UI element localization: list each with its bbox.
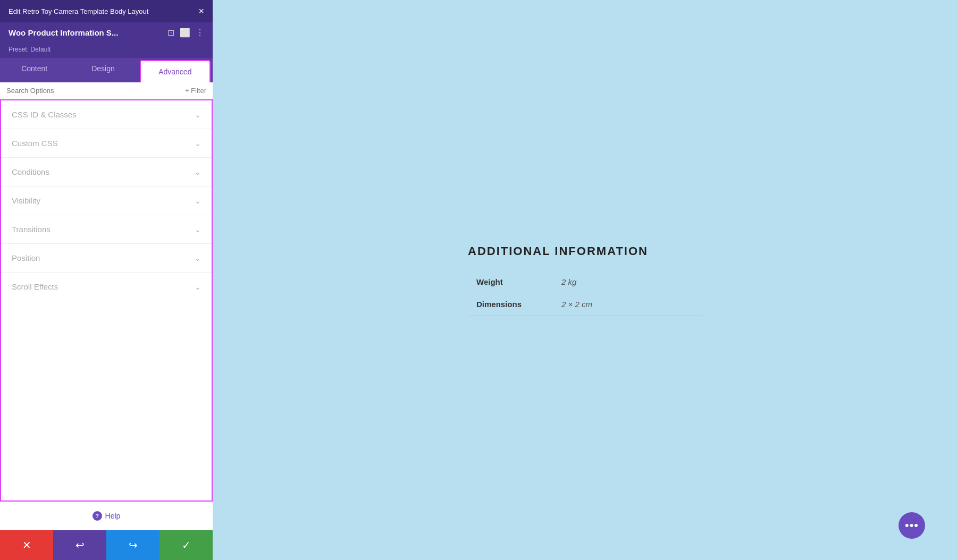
help-label[interactable]: Help xyxy=(105,512,121,520)
table-cell-label: Weight xyxy=(468,271,553,293)
panel-title: Edit Retro Toy Camera Template Body Layo… xyxy=(9,7,148,15)
layout-icon[interactable]: ⬜ xyxy=(180,28,190,38)
accordion-header-custom-css[interactable]: Custom CSS ⌄ xyxy=(1,129,212,157)
table-cell-value: 2 × 2 cm xyxy=(553,293,702,316)
save-button[interactable]: ✓ xyxy=(160,530,213,560)
accordion-list: CSS ID & Classes ⌄ Custom CSS ⌄ Conditio… xyxy=(0,99,213,502)
accordion-label-visibility: Visibility xyxy=(12,196,40,205)
table-row: Dimensions 2 × 2 cm xyxy=(468,293,702,316)
preset-bar: Preset: Default xyxy=(0,43,213,58)
accordion-label-css-id-classes: CSS ID & Classes xyxy=(12,110,77,119)
product-info-card: ADDITIONAL INFORMATION Weight 2 kg Dimen… xyxy=(447,223,723,337)
accordion-label-transitions: Transitions xyxy=(12,225,51,234)
accordion-header-conditions[interactable]: Conditions ⌄ xyxy=(1,158,212,186)
accordion-item-custom-css: Custom CSS ⌄ xyxy=(1,129,212,158)
product-info-title: ADDITIONAL INFORMATION xyxy=(468,244,702,258)
table-row: Weight 2 kg xyxy=(468,271,702,293)
accordion-item-conditions: Conditions ⌄ xyxy=(1,158,212,186)
search-input[interactable] xyxy=(6,87,181,95)
preset-label[interactable]: Preset: Default xyxy=(9,46,51,53)
undo-button[interactable]: ↩ xyxy=(53,530,106,560)
accordion-label-custom-css: Custom CSS xyxy=(12,139,58,148)
panel-subheader: Woo Product Information S... ⊡ ⬜ ⋮ xyxy=(0,22,213,43)
search-bar: + Filter xyxy=(0,82,213,99)
close-button[interactable]: × xyxy=(198,6,204,16)
subheader-icons: ⊡ ⬜ ⋮ xyxy=(167,28,204,38)
chevron-down-icon: ⌄ xyxy=(195,168,201,176)
redo-button[interactable]: ↪ xyxy=(106,530,160,560)
accordion-header-visibility[interactable]: Visibility ⌄ xyxy=(1,186,212,215)
accordion-header-scroll-effects[interactable]: Scroll Effects ⌄ xyxy=(1,273,212,301)
element-name: Woo Product Information S... xyxy=(9,28,162,37)
chevron-down-icon: ⌄ xyxy=(195,225,201,234)
chevron-down-icon: ⌄ xyxy=(195,139,201,148)
help-icon: ? xyxy=(93,511,102,521)
help-bar: ? Help xyxy=(0,502,213,530)
cancel-button[interactable]: ✕ xyxy=(0,530,53,560)
panel-header: Edit Retro Toy Camera Template Body Layo… xyxy=(0,0,213,22)
accordion-item-position: Position ⌄ xyxy=(1,244,212,273)
left-panel: Edit Retro Toy Camera Template Body Layo… xyxy=(0,0,213,560)
tabs-bar: ContentDesignAdvanced xyxy=(0,58,213,82)
table-cell-value: 2 kg xyxy=(553,271,702,293)
more-icon[interactable]: ⋮ xyxy=(196,28,204,38)
filter-button[interactable]: + Filter xyxy=(185,87,206,95)
accordion-header-position[interactable]: Position ⌄ xyxy=(1,244,212,272)
table-cell-label: Dimensions xyxy=(468,293,553,316)
fab-button[interactable]: ••• xyxy=(899,512,925,539)
accordion-header-css-id-classes[interactable]: CSS ID & Classes ⌄ xyxy=(1,100,212,129)
resize-icon[interactable]: ⊡ xyxy=(167,28,174,38)
accordion-item-transitions: Transitions ⌄ xyxy=(1,215,212,244)
accordion-label-scroll-effects: Scroll Effects xyxy=(12,282,58,291)
product-table: Weight 2 kg Dimensions 2 × 2 cm xyxy=(468,271,702,316)
accordion-item-visibility: Visibility ⌄ xyxy=(1,186,212,215)
chevron-down-icon: ⌄ xyxy=(195,283,201,291)
accordion-label-position: Position xyxy=(12,253,40,262)
chevron-down-icon: ⌄ xyxy=(195,111,201,119)
tab-advanced[interactable]: Advanced xyxy=(140,60,211,82)
main-content: ADDITIONAL INFORMATION Weight 2 kg Dimen… xyxy=(213,0,957,560)
tab-design[interactable]: Design xyxy=(69,58,137,82)
action-bar: ✕↩↪✓ xyxy=(0,530,213,560)
accordion-item-scroll-effects: Scroll Effects ⌄ xyxy=(1,273,212,301)
accordion-item-css-id-classes: CSS ID & Classes ⌄ xyxy=(1,100,212,129)
chevron-down-icon: ⌄ xyxy=(195,197,201,205)
chevron-down-icon: ⌄ xyxy=(195,254,201,262)
accordion-header-transitions[interactable]: Transitions ⌄ xyxy=(1,215,212,243)
tab-content[interactable]: Content xyxy=(0,58,69,82)
accordion-label-conditions: Conditions xyxy=(12,167,49,176)
